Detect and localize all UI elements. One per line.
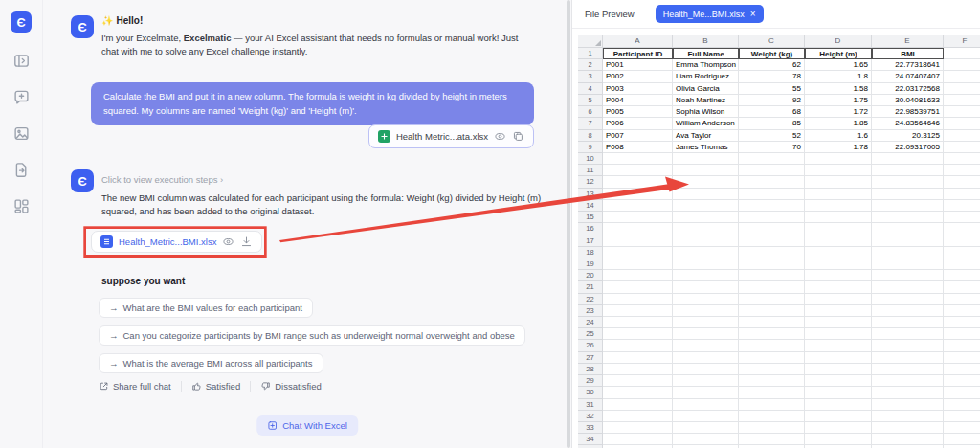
row-header-22[interactable]: 22 xyxy=(578,294,603,305)
cell-A6[interactable]: P005 xyxy=(603,106,673,118)
row-header-17[interactable]: 17 xyxy=(578,235,603,247)
cell-E33[interactable] xyxy=(872,422,944,434)
cell-F9[interactable] xyxy=(944,142,980,153)
cell-A31[interactable] xyxy=(603,399,673,411)
cell-F7[interactable] xyxy=(944,118,980,129)
cell-E11[interactable] xyxy=(872,165,944,176)
cell-B29[interactable] xyxy=(673,375,739,387)
cell-B21[interactable] xyxy=(673,281,739,293)
cell-B3[interactable]: Liam Rodriguez xyxy=(673,71,739,82)
cell-B12[interactable] xyxy=(673,176,739,188)
cell-F10[interactable] xyxy=(944,153,980,165)
cell-A33[interactable] xyxy=(603,422,673,434)
row-header-24[interactable]: 24 xyxy=(578,317,603,328)
row-header-11[interactable]: 11 xyxy=(578,165,603,176)
row-header-4[interactable]: 4 xyxy=(578,83,603,95)
cell-B28[interactable] xyxy=(673,364,739,375)
row-header-27[interactable]: 27 xyxy=(578,352,603,364)
cell-E17[interactable] xyxy=(872,235,944,247)
cell-C18[interactable] xyxy=(739,247,805,258)
cell-D32[interactable] xyxy=(805,411,872,422)
column-header-A[interactable]: A xyxy=(603,35,673,48)
cell-C1[interactable]: Weight (kg) xyxy=(739,48,805,59)
cell-D15[interactable] xyxy=(805,212,872,223)
cell-A16[interactable] xyxy=(603,223,673,235)
cell-C7[interactable]: 85 xyxy=(739,118,805,129)
cell-D6[interactable]: 1.72 xyxy=(805,106,872,118)
cell-B16[interactable] xyxy=(673,223,739,235)
cell-E28[interactable] xyxy=(872,364,944,375)
cell-E18[interactable] xyxy=(872,247,944,258)
cell-C34[interactable] xyxy=(739,434,805,445)
close-icon[interactable]: × xyxy=(750,10,756,19)
preview-file-tab[interactable]: Health_Me...BMI.xlsx × xyxy=(656,5,764,23)
row-header-18[interactable]: 18 xyxy=(578,247,603,258)
cell-A3[interactable]: P002 xyxy=(603,71,673,82)
cell-B11[interactable] xyxy=(673,165,739,176)
preview-eye-icon[interactable] xyxy=(222,235,234,248)
cell-D25[interactable] xyxy=(805,328,872,340)
cell-E25[interactable] xyxy=(872,328,944,340)
cell-A10[interactable] xyxy=(603,153,673,165)
result-attachment-chip[interactable]: Health_Metric...BMI.xlsx xyxy=(91,231,262,253)
row-header-21[interactable]: 21 xyxy=(578,281,603,293)
cell-C9[interactable]: 70 xyxy=(739,142,805,153)
select-all-corner[interactable] xyxy=(578,35,603,48)
cell-D3[interactable]: 1.8 xyxy=(805,71,872,82)
cell-C19[interactable] xyxy=(739,258,805,270)
cell-C23[interactable] xyxy=(739,305,805,317)
cell-B15[interactable] xyxy=(673,212,739,223)
cell-E14[interactable] xyxy=(872,200,944,212)
cell-C4[interactable]: 55 xyxy=(739,83,805,95)
column-header-C[interactable]: C xyxy=(739,35,805,48)
cell-F20[interactable] xyxy=(944,270,980,281)
cell-D31[interactable] xyxy=(805,399,872,411)
cell-C28[interactable] xyxy=(739,364,805,375)
cell-D22[interactable] xyxy=(805,294,872,305)
cell-E31[interactable] xyxy=(872,399,944,411)
cell-C15[interactable] xyxy=(739,212,805,223)
cell-E15[interactable] xyxy=(872,212,944,223)
cell-D28[interactable] xyxy=(805,364,872,375)
copy-icon[interactable] xyxy=(512,130,524,143)
cell-C33[interactable] xyxy=(739,422,805,434)
cell-B8[interactable]: Ava Taylor xyxy=(673,130,739,142)
cell-E34[interactable] xyxy=(872,434,944,445)
cell-D4[interactable]: 1.58 xyxy=(805,83,872,95)
user-attachment-chip[interactable]: Health Metric...ata.xlsx xyxy=(368,124,534,148)
cell-A20[interactable] xyxy=(603,270,673,281)
row-header-30[interactable]: 30 xyxy=(578,387,603,398)
cell-B34[interactable] xyxy=(673,434,739,445)
cell-F23[interactable] xyxy=(944,305,980,317)
cell-A28[interactable] xyxy=(603,364,673,375)
cell-F12[interactable] xyxy=(944,176,980,188)
cell-C24[interactable] xyxy=(739,317,805,328)
cell-F4[interactable] xyxy=(944,83,980,95)
cell-E12[interactable] xyxy=(872,176,944,188)
suggestion-pill[interactable]: → Can you categorize participants by BMI… xyxy=(99,325,525,346)
cell-A32[interactable] xyxy=(603,411,673,422)
row-header-20[interactable]: 20 xyxy=(578,270,603,281)
cell-A9[interactable]: P008 xyxy=(603,142,673,153)
cell-E32[interactable] xyxy=(872,411,944,422)
chat-scrollbar[interactable] xyxy=(567,0,570,448)
cell-B26[interactable] xyxy=(673,340,739,351)
row-header-7[interactable]: 7 xyxy=(578,118,603,129)
cell-D20[interactable] xyxy=(805,270,872,281)
cell-D33[interactable] xyxy=(805,422,872,434)
cell-E16[interactable] xyxy=(872,223,944,235)
cell-F29[interactable] xyxy=(944,375,980,387)
cell-D2[interactable]: 1.65 xyxy=(805,59,872,71)
cell-D26[interactable] xyxy=(805,340,872,351)
cell-A5[interactable]: P004 xyxy=(603,95,673,106)
cell-E24[interactable] xyxy=(872,317,944,328)
cell-B33[interactable] xyxy=(673,422,739,434)
cell-E23[interactable] xyxy=(872,305,944,317)
new-chat-icon[interactable] xyxy=(13,89,30,105)
cell-A11[interactable] xyxy=(603,165,673,176)
cell-E27[interactable] xyxy=(872,352,944,364)
cell-E21[interactable] xyxy=(872,281,944,293)
dashboard-grid-icon[interactable] xyxy=(13,198,30,214)
row-header-9[interactable]: 9 xyxy=(578,142,603,153)
cell-A34[interactable] xyxy=(603,434,673,445)
